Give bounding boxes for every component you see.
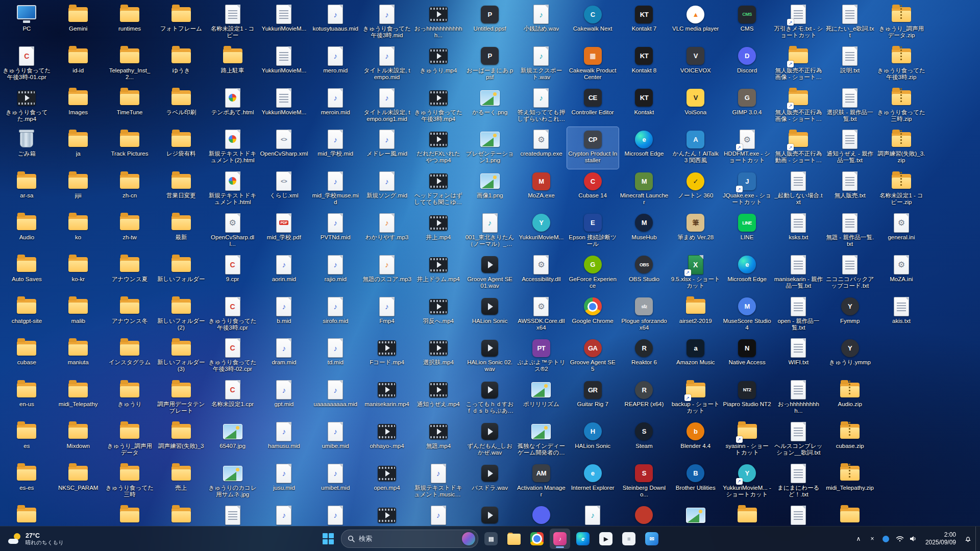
desktop-icon[interactable]: ↗無人販売不正行為画像 - ショートカッ... [773,44,824,86]
desktop-icon[interactable]: ♪td.mid [310,336,361,378]
desktop-icon[interactable]: PUntitled.ppsf [464,2,516,44]
desktop-icon[interactable]: ⚙↗HDDFMT.exe - ショートカット [721,127,773,169]
desktop-icon[interactable]: 無題.mp4 [412,419,464,461]
desktop-icon[interactable]: アナウンス冬 [104,294,156,336]
tray-x-app-icon[interactable]: × [866,531,878,547]
desktop-icon[interactable]: ♪b.mid [258,294,310,336]
desktop-icon[interactable] [516,503,567,527]
desktop-icon[interactable]: cubase.zip [824,419,876,461]
desktop-icon[interactable]: ラベル印刷 [155,86,207,128]
desktop-icon[interactable]: 選択肢.mp4 [412,336,464,378]
desktop-icon[interactable]: ksks.txt [773,211,824,253]
desktop-icon[interactable]: eInternet Explorer [567,461,619,503]
desktop-icon[interactable]: 選択肢 - 親作品一覧.txt [824,86,876,128]
desktop-icon[interactable]: open - 親作品一覧.txt [773,294,824,336]
desktop-icon[interactable]: ↗万引きメモ.txt - ショートカット [773,2,824,44]
desktop-icon[interactable]: ♪新規ソング.mid [361,169,413,211]
desktop-icon[interactable]: CPCrypton Product Installer [567,127,619,169]
desktop-icon[interactable]: HHALion Sonic [567,419,619,461]
desktop-icon[interactable]: runtimes [104,2,156,44]
desktop-icon[interactable]: Images [53,86,104,128]
desktop-icon[interactable]: ⚙MoZA.ini [876,253,927,294]
desktop-icon[interactable]: きゅうり食ってた.mp4 [1,86,53,128]
desktop-icon[interactable]: ヘルスコンプレッション__歌詞.txt [773,419,824,461]
desktop-icon[interactable]: TimeTune [104,86,156,128]
desktop-icon[interactable]: KTKontakt [619,86,670,128]
desktop-icon[interactable]: ニコニコバックアップコード.txt [824,253,876,294]
desktop-icon[interactable]: <>OpenCvSharp.xml [258,127,310,169]
desktop-icon[interactable]: き​ゅうり食ってた三時.zip [876,86,927,128]
desktop-icon[interactable]: ↗無人販売不正行為動画 - ショートカット [773,127,824,169]
desktop-icon[interactable]: Google Chrome [567,294,619,336]
desktop-icon[interactable]: NT2Piapro Studio NT2 [721,378,773,419]
desktop-icon[interactable]: きゅうり食ってた午後3時.zip [876,44,927,86]
desktop-icon[interactable]: NKSC_PARAM [53,461,104,503]
tray-blue-app-icon[interactable] [880,531,892,547]
desktop-icon[interactable]: maniuta [53,336,104,378]
desktop-icon[interactable]: 調声用データテンプレート [155,378,207,419]
taskbar-app-google-chrome[interactable] [527,529,547,549]
desktop-icon[interactable]: 売上 [155,461,207,503]
desktop-icon[interactable]: Telepathy_Inst_2... [104,44,156,86]
desktop-icon[interactable]: MMuseHub [619,211,670,253]
desktop-icon[interactable]: airset2-2019 [670,294,721,336]
desktop-icon[interactable]: MMinecraft Launcher [619,169,670,211]
desktop-icon[interactable]: zh-tw [104,211,156,253]
desktop-icon[interactable] [207,503,258,527]
desktop-icon[interactable]: YukkuriMovieM... [258,86,310,128]
desktop-icon[interactable]: ♪rajio.mid [310,253,361,294]
desktop-icon[interactable]: aAmazon Music [670,336,721,378]
desktop-icon[interactable]: 65407.jpg [207,419,258,461]
desktop-icon[interactable]: CMSCMS [721,2,773,44]
desktop-icon[interactable]: 通知うぜえ - 親作品一覧.txt [824,127,876,169]
desktop-icon[interactable]: YukkuriMovieM... [258,44,310,86]
desktop-icon[interactable]: manisekarin - 親作品一覧.txt [773,253,824,294]
desktop-icon[interactable]: 新しいフォルダー (2) [155,294,207,336]
desktop-icon[interactable] [824,503,876,527]
desktop-icon[interactable]: YFymmp [824,294,876,336]
desktop-icon[interactable]: YukkuriMovieM... [258,2,310,44]
desktop-icon[interactable]: ♪メドレー風.mid [361,127,413,169]
desktop-icon[interactable]: ♪答え知ってても押しずらいわこれ.wav [516,86,567,128]
desktop-icon[interactable]: ♪ [258,503,310,527]
desktop-icon[interactable]: 名称未設定1 - コピー [207,2,258,44]
desktop-icon[interactable]: ja [53,127,104,169]
desktop-icon[interactable]: en-us [1,378,53,419]
desktop-icon[interactable] [464,503,516,527]
desktop-icon[interactable]: midi_Telepathy [53,378,104,419]
desktop-icon[interactable]: PTぷよぷよ™テトリス®2 [516,336,567,378]
desktop-icon[interactable]: 調声練習(失敗)_3.zip [876,127,927,169]
desktop-icon[interactable]: ♪meroin.mid [310,86,361,128]
desktop-icon[interactable]: ♪uaaaaaaaaa.mid [310,378,361,419]
desktop-icon[interactable]: KTKontakt 7 [619,2,670,44]
desktop-icon[interactable]: NNative Access [721,336,773,378]
desktop-icon[interactable]: Audio [1,211,53,253]
desktop-icon[interactable]: eMicrosoft Edge [619,127,670,169]
desktop-icon[interactable]: MMuseScore Studio 4 [721,294,773,336]
desktop-icon[interactable]: ♪hamusu.mid [258,419,310,461]
desktop-icon[interactable]: ♪jusu.mid [258,461,310,503]
desktop-icon[interactable]: Mixdown [53,419,104,461]
desktop-icon[interactable]: ✓ノートン 360 [670,169,721,211]
desktop-icon[interactable]: ♪新規テキストドキュメント.musicxml [412,461,464,503]
desktop-icon[interactable]: ⚙AWSSDK.Core.dll x64 [516,294,567,336]
desktop-icon[interactable]: ♪ [567,503,619,527]
desktop-icon[interactable]: レジ袋有料 [155,127,207,169]
desktop-icon[interactable] [361,503,413,527]
desktop-icon[interactable]: 営業日変更 [155,169,207,211]
desktop-icon[interactable]: 新しいフォルダー (3) [155,336,207,378]
desktop-icon[interactable]: ohhayo-.mp4 [361,419,413,461]
desktop-icon[interactable]: ♪Fmp4 [361,294,413,336]
desktop-icon[interactable]: chatgpt-site [1,294,53,336]
desktop-icon[interactable]: 新しいフォルダー [155,253,207,294]
search-highlight-image[interactable] [462,532,475,545]
desktop-icon[interactable]: ♪mero.mid [310,44,361,86]
desktop-icon[interactable]: アナウンス夏 [104,253,156,294]
desktop-icon[interactable]: AMActivation Manager [516,461,567,503]
desktop-icon[interactable]: ↗無人販売不正行為画像 - ショートカット [773,86,824,128]
desktop-icon[interactable]: ♪dram.mid [258,336,310,378]
desktop-icon[interactable]: DDiscord [721,44,773,86]
desktop-icon[interactable]: 井上ドラム.mp4 [412,253,464,294]
taskbar-app-notepad[interactable]: ≡ [619,529,639,549]
desktop-icon[interactable]: ⚙OpenCvSharp.dll... [207,211,258,253]
